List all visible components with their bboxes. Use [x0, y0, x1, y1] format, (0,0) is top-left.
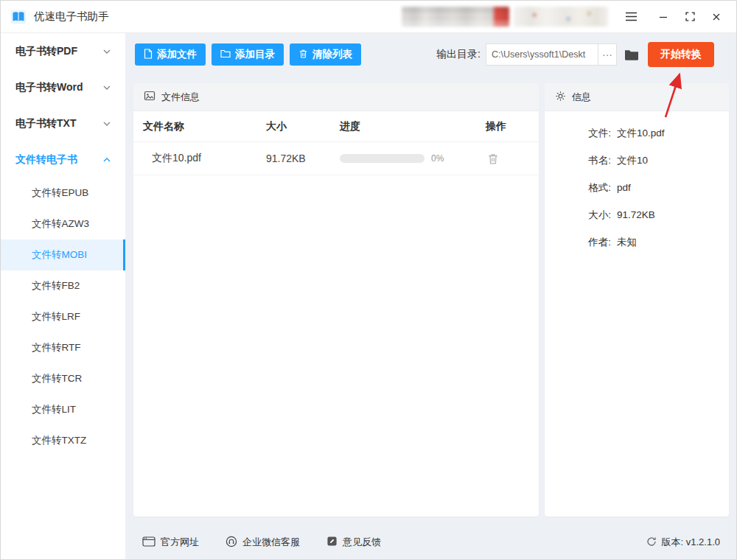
sidebar-item-azw3[interactable]: 文件转AZW3	[1, 209, 125, 239]
app-logo-icon	[10, 8, 27, 26]
footer: 官方网址 企业微信客服 意见反馈 版本: v1.2.1.0	[133, 525, 729, 559]
sidebar-group-ebook-to-word[interactable]: 电子书转Word	[1, 69, 125, 105]
sidebar-item-rtf[interactable]: 文件转RTF	[1, 332, 125, 363]
open-folder-icon[interactable]	[624, 49, 639, 60]
file-list-panel: 文件信息 文件名称 大小 进度 操作 文件10.pdf 91.72KB 0%	[133, 83, 539, 517]
start-convert-button[interactable]: 开始转换	[648, 42, 714, 67]
add-folder-label: 添加目录	[235, 48, 275, 61]
info-row-format: 格式: pdf	[545, 174, 729, 201]
file-actions	[480, 151, 539, 167]
refresh-icon[interactable]	[646, 536, 657, 549]
maximize-button[interactable]	[679, 6, 701, 28]
info-label: 作者:	[555, 236, 611, 249]
delete-file-icon[interactable]	[486, 151, 500, 167]
file-panel-header: 文件信息	[133, 83, 539, 111]
info-value: 文件10.pdf	[617, 127, 665, 140]
sidebar-group-label: 电子书转PDF	[15, 45, 77, 58]
file-size: 91.72KB	[266, 153, 340, 164]
sidebar-group-ebook-to-pdf[interactable]: 电子书转PDF	[1, 33, 125, 69]
col-progress: 进度	[340, 120, 480, 133]
chevron-down-icon	[103, 85, 111, 90]
sidebar-item-lrf[interactable]: 文件转LRF	[1, 301, 125, 332]
info-fields: 文件: 文件10.pdf 书名: 文件10 格式: pdf 大小: 91.72K…	[545, 111, 729, 256]
browser-icon	[142, 536, 156, 549]
info-row-bookname: 书名: 文件10	[545, 147, 729, 174]
sidebar-item-fb2[interactable]: 文件转FB2	[1, 270, 125, 301]
headset-chat-icon	[226, 536, 237, 550]
info-value: 91.72KB	[617, 209, 655, 220]
titlebar-right	[402, 6, 727, 28]
output-path-input[interactable]	[486, 43, 598, 66]
info-value: 文件10	[617, 154, 648, 167]
sidebar-group-ebook-to-txt[interactable]: 电子书转TXT	[1, 105, 125, 141]
add-file-button[interactable]: 添加文件	[135, 43, 206, 66]
sidebar-group-label: 电子书转TXT	[15, 117, 76, 130]
close-button[interactable]	[705, 6, 727, 28]
add-folder-button[interactable]: 添加目录	[212, 43, 284, 66]
feedback-label: 意见反馈	[343, 536, 381, 549]
info-row-author: 作者: 未知	[545, 228, 729, 256]
file-panel-title: 文件信息	[161, 91, 200, 104]
toolbar: 添加文件 添加目录 清除列表 输出目录: ···	[135, 42, 714, 67]
info-panel-title: 信息	[572, 91, 591, 104]
sidebar-group-label: 电子书转Word	[15, 81, 83, 94]
info-value: pdf	[617, 182, 631, 193]
feedback-icon	[326, 536, 338, 549]
info-label: 书名:	[555, 154, 611, 167]
wechat-support-link[interactable]: 企业微信客服	[226, 536, 300, 550]
app-window: 优速电子书助手 电子书转PDF 电子书	[0, 0, 737, 560]
minimize-button[interactable]	[652, 6, 674, 28]
gear-icon	[555, 91, 566, 104]
info-row-size: 大小: 91.72KB	[545, 201, 729, 228]
output-group: 输出目录: ··· 开始转换	[436, 42, 714, 67]
sidebar: 电子书转PDF 电子书转Word 电子书转TXT 文件转电子书 文件转EPUB …	[1, 33, 126, 559]
sidebar-group-label: 文件转电子书	[15, 153, 77, 167]
info-value: 未知	[617, 236, 637, 249]
chevron-up-icon	[103, 158, 111, 162]
menu-icon[interactable]	[620, 6, 642, 28]
clear-list-button[interactable]: 清除列表	[290, 43, 361, 66]
trash-icon	[298, 49, 308, 61]
col-size: 大小	[266, 120, 340, 133]
progress-bar	[340, 154, 425, 163]
sidebar-item-txtz[interactable]: 文件转TXTZ	[1, 425, 125, 456]
info-label: 格式:	[555, 181, 611, 195]
sidebar-item-epub[interactable]: 文件转EPUB	[1, 178, 125, 209]
app-title: 优速电子书助手	[34, 10, 109, 24]
chevron-down-icon	[103, 49, 111, 54]
progress-percent: 0%	[431, 153, 444, 164]
version-info: 版本: v1.2.1.0	[646, 536, 720, 549]
info-panel-header: 信息	[545, 83, 729, 111]
info-row-file: 文件: 文件10.pdf	[545, 119, 729, 147]
blurred-banner	[402, 7, 509, 27]
file-icon	[144, 49, 153, 61]
file-name: 文件10.pdf	[133, 152, 266, 165]
titlebar: 优速电子书助手	[1, 1, 736, 33]
sidebar-item-lit[interactable]: 文件转LIT	[1, 394, 125, 425]
browse-more-button[interactable]: ···	[598, 43, 617, 66]
official-website-link[interactable]: 官方网址	[142, 536, 199, 549]
sidebar-group-file-to-ebook[interactable]: 文件转电子书	[1, 141, 125, 178]
wechat-support-label: 企业微信客服	[242, 536, 300, 549]
clear-list-label: 清除列表	[312, 48, 352, 61]
titlebar-left: 优速电子书助手	[10, 8, 109, 26]
info-label: 文件:	[555, 127, 611, 140]
info-label: 大小:	[555, 209, 611, 222]
table-row: 文件10.pdf 91.72KB 0%	[133, 142, 539, 175]
info-panel: 信息 文件: 文件10.pdf 书名: 文件10 格式: pdf 大小: 91.…	[545, 83, 729, 517]
image-icon	[144, 90, 156, 104]
sidebar-item-mobi[interactable]: 文件转MOBI	[1, 239, 125, 270]
file-progress: 0%	[340, 153, 480, 164]
output-dir-label: 输出目录:	[436, 48, 481, 61]
table-header: 文件名称 大小 进度 操作	[133, 111, 539, 142]
chevron-down-icon	[103, 122, 111, 126]
version-label: 版本: v1.2.1.0	[662, 536, 720, 549]
sidebar-item-tcr[interactable]: 文件转TCR	[1, 363, 125, 394]
folder-icon	[220, 49, 231, 60]
official-website-label: 官方网址	[161, 536, 199, 549]
col-action: 操作	[480, 120, 539, 133]
add-file-label: 添加文件	[157, 48, 197, 61]
feedback-link[interactable]: 意见反馈	[326, 536, 381, 549]
main-area: 添加文件 添加目录 清除列表 输出目录: ···	[126, 33, 736, 559]
col-filename: 文件名称	[133, 120, 266, 133]
